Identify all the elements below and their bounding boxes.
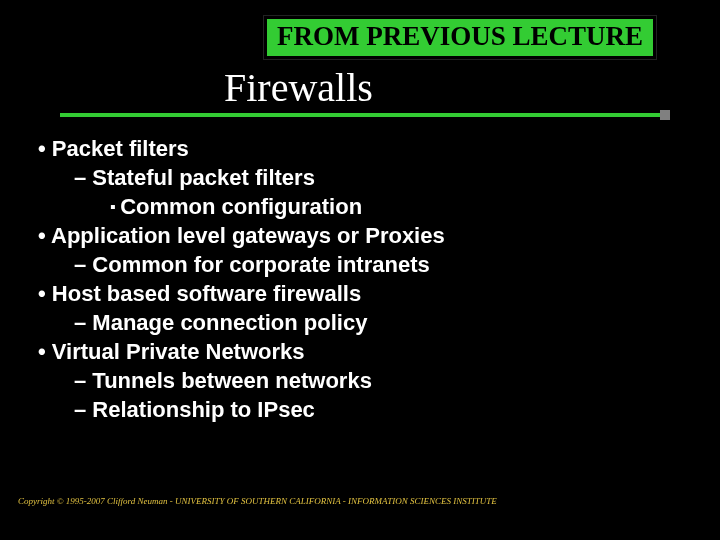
bullet-l2: Manage connection policy — [74, 308, 445, 337]
bullet-l3: Common configuration — [110, 192, 445, 221]
bullet-text: Common configuration — [120, 194, 362, 219]
copyright-footer: Copyright © 1995-2007 Clifford Neuman - … — [18, 496, 497, 506]
bullet-text: Manage connection policy — [92, 310, 367, 335]
bullet-text: Tunnels between networks — [92, 368, 372, 393]
body-text: Packet filters Stateful packet filters C… — [38, 134, 445, 424]
bullet-l1: Virtual Private Networks — [38, 337, 445, 366]
bullet-l1: Packet filters — [38, 134, 445, 163]
bullet-text: Virtual Private Networks — [52, 339, 305, 364]
bullet-l2: Relationship to IPsec — [74, 395, 445, 424]
bullet-l2: Tunnels between networks — [74, 366, 445, 395]
bullet-text: Common for corporate intranets — [92, 252, 429, 277]
bullet-l2: Stateful packet filters — [74, 163, 445, 192]
title-wrap: Firewalls — [224, 64, 373, 111]
banner-text: FROM PREVIOUS LECTURE — [277, 21, 643, 51]
bullet-text: Relationship to IPsec — [92, 397, 315, 422]
title-underline — [60, 113, 670, 117]
bullet-text: Stateful packet filters — [92, 165, 315, 190]
bullet-l1: Host based software firewalls — [38, 279, 445, 308]
bullet-text: Host based software firewalls — [52, 281, 361, 306]
bullet-text: Packet filters — [52, 136, 189, 161]
slide-title: Firewalls — [224, 65, 373, 110]
banner-box: FROM PREVIOUS LECTURE — [264, 16, 656, 59]
bullet-l2: Common for corporate intranets — [74, 250, 445, 279]
slide: FROM PREVIOUS LECTURE Firewalls Packet f… — [0, 0, 720, 540]
bullet-l1: Application level gateways or Proxies — [38, 221, 445, 250]
bullet-text: Application level gateways or Proxies — [51, 223, 445, 248]
